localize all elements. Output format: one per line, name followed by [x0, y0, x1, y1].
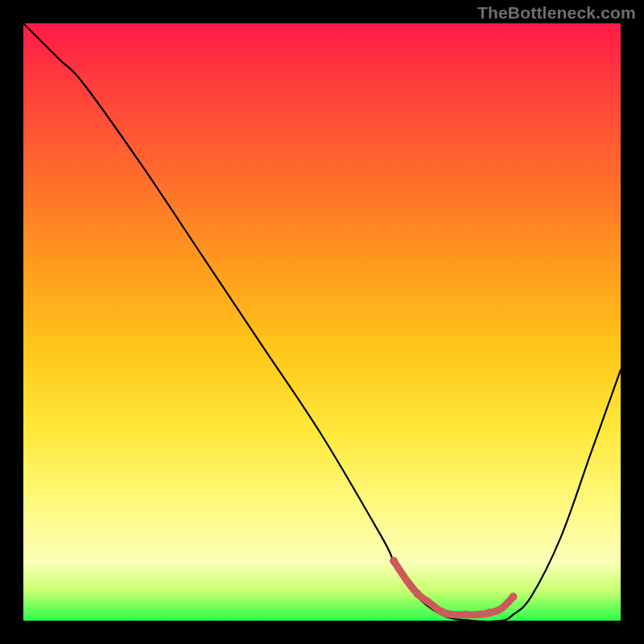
- svg-point-2: [437, 608, 445, 616]
- chart-frame: [23, 23, 621, 621]
- optimal-marker: [394, 561, 513, 615]
- svg-point-1: [414, 590, 422, 598]
- bottleneck-curve: [23, 23, 621, 621]
- watermark-text: TheBottleneck.com: [477, 3, 636, 23]
- chart-svg: [23, 23, 621, 621]
- svg-point-3: [461, 611, 469, 619]
- svg-point-0: [390, 557, 398, 565]
- svg-point-4: [485, 609, 493, 617]
- svg-point-5: [509, 592, 517, 601]
